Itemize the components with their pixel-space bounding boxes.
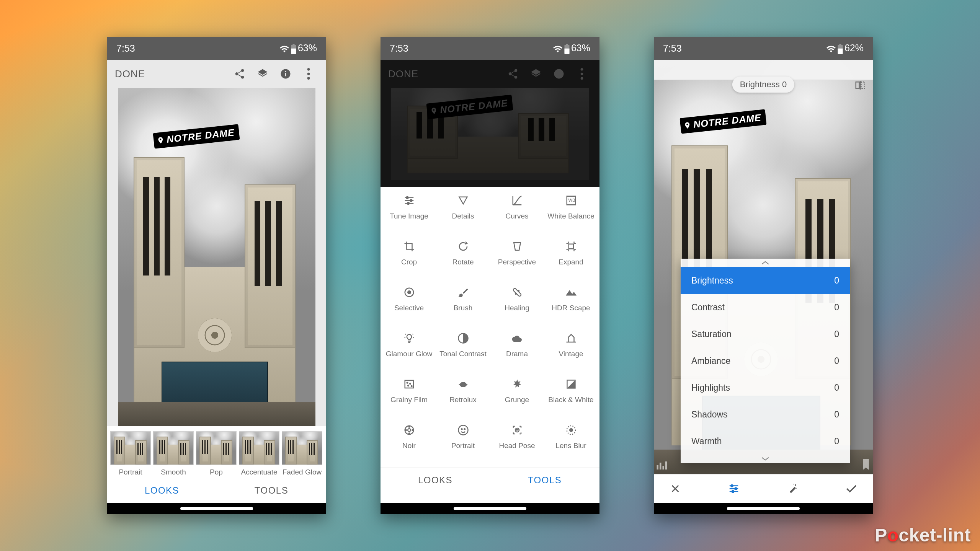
more-icon[interactable]	[299, 64, 318, 84]
look-item[interactable]: Pop	[196, 431, 237, 476]
adjust-icon[interactable]	[723, 483, 745, 494]
share-icon[interactable]	[503, 64, 523, 84]
tool-retrolux[interactable]: Retrolux	[436, 376, 490, 422]
tool-label: Portrait	[451, 442, 475, 450]
svg-point-29	[408, 429, 411, 432]
tune-slider-list[interactable]: Brightness0 Contrast0 Saturation0 Ambian…	[681, 259, 850, 463]
look-label: Pop	[196, 468, 237, 476]
status-time: 7:53	[390, 43, 408, 54]
info-icon[interactable]	[276, 64, 296, 84]
svg-rect-18	[513, 288, 521, 297]
app-screen: NOTRE DAME Brightness 0 Brightness0 Cont…	[654, 60, 873, 503]
svg-point-24	[410, 383, 411, 385]
svg-rect-1	[285, 73, 286, 77]
svg-point-49	[735, 488, 737, 490]
tool-label: Expand	[559, 258, 583, 266]
tab-tools[interactable]: TOOLS	[490, 468, 599, 492]
tool-label: Drama	[506, 350, 528, 358]
tool-drama[interactable]: Drama	[490, 330, 544, 376]
looks-strip: Portrait Smooth Pop Accentuate Faded Glo…	[107, 426, 326, 478]
tool-brush[interactable]: Brush	[436, 284, 490, 330]
look-item[interactable]: Portrait	[110, 431, 151, 476]
slider-name: Brightness	[691, 276, 733, 286]
svg-text:WB: WB	[568, 198, 575, 202]
svg-rect-15	[568, 244, 573, 249]
chevron-down-icon[interactable]	[681, 455, 850, 463]
slider-name: Saturation	[691, 329, 732, 339]
tool-noir[interactable]: Noir	[382, 422, 436, 468]
svg-point-19	[515, 293, 516, 295]
tool-label: Brush	[454, 304, 473, 312]
tab-tools[interactable]: TOOLS	[217, 478, 326, 503]
auto-icon[interactable]	[782, 483, 804, 494]
photo-canvas[interactable]: NOTRE DAME	[118, 88, 315, 426]
tool-crop[interactable]: Crop	[382, 238, 436, 284]
slider-row-brightness[interactable]: Brightness0	[681, 267, 850, 294]
done-button[interactable]: DONE	[388, 68, 418, 80]
chevron-up-icon[interactable]	[681, 259, 850, 267]
tool-healing[interactable]: Healing	[490, 284, 544, 330]
battery-icon	[564, 42, 570, 54]
tab-looks[interactable]: LOOKS	[107, 478, 217, 503]
tool-label: Selective	[394, 304, 424, 312]
battery-icon	[290, 42, 297, 54]
tool-white-balance[interactable]: WBWhite Balance	[544, 192, 598, 238]
tool-grunge[interactable]: Grunge	[490, 376, 544, 422]
look-item[interactable]: Accentuate	[239, 431, 279, 476]
look-item[interactable]: Faded Glow	[282, 431, 322, 476]
tool-vintage[interactable]: Vintage	[544, 330, 598, 376]
svg-point-3	[307, 68, 310, 71]
tool-curves[interactable]: Curves	[490, 192, 544, 238]
status-bar: 7:53 62%	[654, 37, 873, 60]
close-button[interactable]	[665, 483, 686, 494]
svg-point-25	[408, 385, 409, 386]
apply-button[interactable]	[841, 484, 862, 494]
tool-selective[interactable]: Selective	[382, 284, 436, 330]
tool-label: Healing	[505, 304, 529, 312]
tab-looks[interactable]: LOOKS	[381, 468, 490, 492]
layers-icon[interactable]	[526, 64, 546, 84]
tool-black-white[interactable]: Black & White	[544, 376, 598, 422]
slider-row-ambiance[interactable]: Ambiance0	[681, 347, 850, 374]
slider-row-highlights[interactable]: Highlights0	[681, 374, 850, 401]
tool-tune-image[interactable]: Tune Image	[382, 192, 436, 238]
compare-icon[interactable]	[854, 80, 866, 93]
tool-expand[interactable]: Expand	[544, 238, 598, 284]
tool-portrait[interactable]: Portrait	[436, 422, 490, 468]
tool-grainy-film[interactable]: Grainy Film	[382, 376, 436, 422]
slider-row-contrast[interactable]: Contrast0	[681, 294, 850, 321]
layers-icon[interactable]	[253, 64, 273, 84]
status-bar: 7:53 63%	[381, 37, 599, 60]
tool-head-pose[interactable]: Head Pose	[490, 422, 544, 468]
look-item[interactable]: Smooth	[153, 431, 194, 476]
share-icon[interactable]	[230, 64, 250, 84]
tool-details[interactable]: Details	[436, 192, 490, 238]
app-screen: DONE NOTRE DAME Tune Image Details	[381, 60, 599, 503]
svg-point-12	[407, 202, 409, 204]
svg-rect-45	[660, 463, 662, 469]
tool-label: Tune Image	[390, 212, 428, 220]
tool-lens-blur[interactable]: Lens Blur	[544, 422, 598, 468]
svg-rect-22	[405, 380, 413, 388]
tool-tonal-contrast[interactable]: Tonal Contrast	[436, 330, 490, 376]
histogram-icon[interactable]	[656, 460, 668, 471]
more-icon[interactable]	[572, 64, 592, 84]
slider-row-warmth[interactable]: Warmth0	[681, 428, 850, 455]
tool-rotate[interactable]: Rotate	[436, 238, 490, 284]
svg-rect-46	[663, 466, 665, 469]
tools-grid: Tune Image Details Curves WBWhite Balanc…	[381, 187, 599, 468]
tool-glamour-glow[interactable]: Glamour Glow	[382, 330, 436, 376]
look-label: Portrait	[110, 468, 151, 476]
tool-perspective[interactable]: Perspective	[490, 238, 544, 284]
phone-screenshot-2: 7:53 63% DONE NOTRE DAME	[381, 37, 599, 514]
bookmark-icon[interactable]	[861, 459, 871, 471]
slider-row-shadows[interactable]: Shadows0	[681, 401, 850, 428]
svg-point-7	[581, 68, 583, 71]
slider-row-saturation[interactable]: Saturation0	[681, 321, 850, 347]
info-icon[interactable]	[549, 64, 569, 84]
done-button[interactable]: DONE	[115, 68, 145, 80]
tool-label: HDR Scape	[552, 304, 590, 312]
tool-label: Grainy Film	[390, 396, 428, 404]
tool-hdr-scape[interactable]: HDR Scape	[544, 284, 598, 330]
svg-rect-44	[657, 465, 659, 469]
